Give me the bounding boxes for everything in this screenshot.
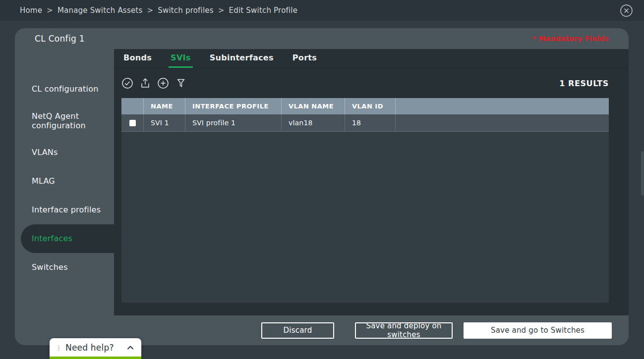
breadcrumb-manage-switch-assets[interactable]: Manage Switch Assets <box>58 6 143 15</box>
row-select-cell <box>121 114 144 131</box>
breadcrumb-switch-profiles[interactable]: Switch profiles <box>158 6 214 15</box>
tab-bar: Bonds SVIs Subinterfaces Ports <box>114 49 629 68</box>
breadcrumb: Home > Manage Switch Assets > Switch pro… <box>20 6 297 15</box>
row-vlan-id-cell: 18 <box>345 114 396 131</box>
tab-bonds[interactable]: Bonds <box>121 49 154 68</box>
check-circle-icon[interactable] <box>121 77 133 89</box>
need-help-label: Need help? <box>65 343 114 353</box>
content-panel: Bonds SVIs Subinterfaces Ports <box>114 49 629 315</box>
row-vlan-name-cell: vlan18 <box>282 114 345 131</box>
tab-svis[interactable]: SVIs <box>169 49 193 68</box>
modal-header: CL Config 1 * Mandatory Fields <box>15 28 629 49</box>
breadcrumb-separator: > <box>218 6 225 15</box>
header-interface-profile[interactable]: INTERFACE PROFILE <box>185 98 282 114</box>
table-row: SVI 1 SVI profile 1 vlan18 18 <box>121 114 609 132</box>
need-help-widget[interactable]: ⋮ Need help? <box>50 338 141 359</box>
table-header-row: NAME INTERFACE PROFILE VLAN NAME VLAN ID <box>121 98 609 114</box>
tab-ports[interactable]: Ports <box>291 49 319 68</box>
table-toolbar: 1 RESULTS <box>114 68 629 98</box>
chevron-up-icon[interactable] <box>126 345 134 351</box>
save-and-go-to-switches-button[interactable]: Save and go to Switches <box>464 322 612 339</box>
row-interface-profile-cell: SVI profile 1 <box>185 114 282 131</box>
header-vlan-name[interactable]: VLAN NAME <box>282 98 345 114</box>
breadcrumb-home[interactable]: Home <box>20 6 42 15</box>
sidebar-item-interfaces[interactable]: Interfaces <box>21 224 114 253</box>
sidebar-item-netq-agent-configuration[interactable]: NetQ Agent configuration <box>15 103 114 138</box>
filter-icon[interactable] <box>175 77 187 89</box>
breadcrumb-separator: > <box>47 6 53 15</box>
breadcrumb-separator: > <box>147 6 153 15</box>
sidebar-item-interface-profiles[interactable]: Interface profiles <box>15 196 114 224</box>
header-filler <box>396 98 609 114</box>
discard-button[interactable]: Discard <box>261 322 334 339</box>
breadcrumb-edit-switch-profile: Edit Switch Profile <box>229 6 298 15</box>
save-and-deploy-button[interactable]: Save and deploy on switches <box>355 322 453 339</box>
top-bar: Home > Manage Switch Assets > Switch pro… <box>0 0 644 21</box>
scrollbar-thumb[interactable] <box>641 151 644 196</box>
add-circle-icon[interactable] <box>157 77 169 89</box>
help-widget-accent-bar <box>50 357 141 359</box>
mandatory-fields-note: * Mandatory Fields <box>532 35 609 43</box>
tab-subinterfaces[interactable]: Subinterfaces <box>208 49 276 68</box>
profile-title: CL Config 1 <box>35 34 85 44</box>
row-checkbox[interactable] <box>129 120 136 126</box>
drag-handle-dots-icon: ⋮ <box>56 344 62 352</box>
results-count: 1 RESULTS <box>559 79 609 88</box>
edit-switch-profile-modal: CL Config 1 * Mandatory Fields CL config… <box>15 28 629 345</box>
upload-icon[interactable] <box>139 77 151 89</box>
row-filler-cell <box>396 114 609 131</box>
svis-table: NAME INTERFACE PROFILE VLAN NAME VLAN ID… <box>121 98 609 303</box>
header-vlan-id[interactable]: VLAN ID <box>345 98 396 114</box>
row-name-cell: SVI 1 <box>144 114 185 131</box>
sidebar-item-cl-configuration[interactable]: CL configuration <box>15 75 114 103</box>
sidebar-item-switches[interactable]: Switches <box>15 253 114 282</box>
sidebar-item-mlag[interactable]: MLAG <box>15 167 114 196</box>
sidebar: CL configuration NetQ Agent configuratio… <box>15 49 114 315</box>
sidebar-item-vlans[interactable]: VLANs <box>15 138 114 167</box>
close-icon[interactable] <box>620 4 633 17</box>
header-name[interactable]: NAME <box>144 98 185 114</box>
header-select-column <box>121 98 144 114</box>
